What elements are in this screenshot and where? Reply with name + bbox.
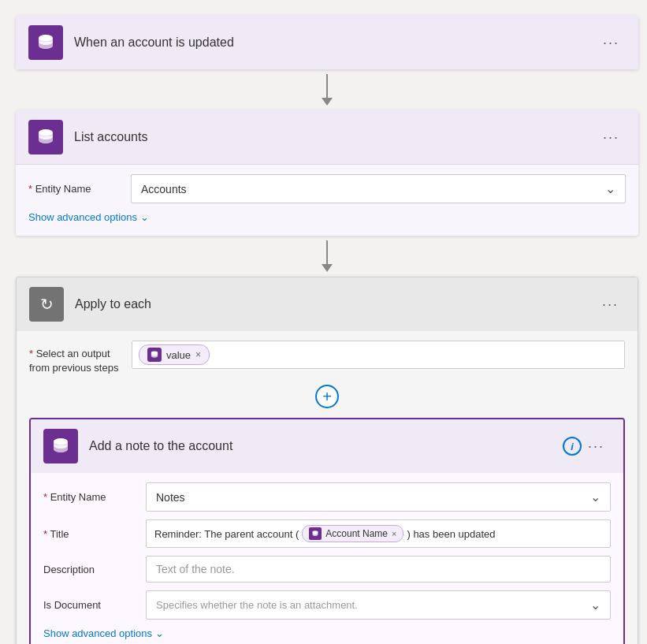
- required-star-3: *: [43, 491, 47, 503]
- tag-db-icon: [147, 348, 162, 362]
- note-advanced-label: Show advanced options: [43, 627, 152, 639]
- entity-name-row: * Entity Name Accounts ⌄: [28, 174, 626, 203]
- note-is-doc-row: Is Document Specifies whether the note i…: [43, 590, 611, 620]
- required-star-4: *: [43, 528, 47, 540]
- account-name-label: Account Name: [325, 528, 388, 539]
- arrow-1: [322, 69, 333, 110]
- loop-icon: ↻: [40, 295, 54, 314]
- required-star: *: [28, 183, 32, 195]
- list-accounts-card: List accounts ··· * Entity Name Accounts…: [16, 110, 638, 236]
- title-field[interactable]: Reminder: The parent account (: [146, 519, 611, 548]
- list-advanced-options[interactable]: Show advanced options ⌄: [28, 211, 626, 223]
- list-accounts-title: List accounts: [74, 130, 597, 144]
- entity-name-control[interactable]: Accounts ⌄: [131, 174, 626, 203]
- tag-database-icon: [150, 350, 159, 359]
- token-database-icon: [311, 530, 319, 538]
- output-select-row: * Select an output from previous steps: [29, 341, 625, 375]
- add-note-body: * Entity Name Notes ⌄ * Title: [31, 473, 623, 644]
- token-close-icon[interactable]: ×: [392, 529, 396, 538]
- note-desc-placeholder: Text of the note.: [156, 563, 235, 575]
- add-note-icon-bg: [43, 429, 78, 463]
- apply-to-each-body: * Select an output from previous steps: [17, 331, 638, 644]
- chevron-down-icon-notes: ⌄: [590, 490, 601, 504]
- arrow-line-2: [326, 240, 328, 264]
- note-desc-label: Description: [43, 564, 146, 575]
- chevron-down-icon-advanced: ⌄: [140, 211, 149, 223]
- note-is-doc-control[interactable]: Specifies whether the note is an attachm…: [146, 590, 611, 620]
- note-title-label: * Title: [43, 528, 146, 540]
- output-select-label: * Select an output from previous steps: [29, 341, 132, 375]
- trigger-card: When an account is updated ···: [16, 16, 638, 69]
- apply-to-each-title: Apply to each: [75, 297, 596, 311]
- chevron-down-icon-note-adv: ⌄: [155, 627, 164, 639]
- note-entity-value: Notes: [156, 491, 185, 504]
- add-action-btn[interactable]: +: [315, 385, 339, 408]
- note-is-doc-select[interactable]: Specifies whether the note is an attachm…: [146, 590, 611, 620]
- trigger-icon-bg: [28, 25, 63, 60]
- title-suffix: ) has been updated: [407, 528, 495, 540]
- title-prefix: Reminder: The parent account (: [154, 528, 299, 540]
- note-is-doc-label: Is Document: [43, 599, 146, 611]
- tag-close-icon[interactable]: ×: [195, 349, 201, 360]
- note-title-control[interactable]: Reminder: The parent account (: [146, 519, 611, 548]
- flow-container: When an account is updated ··· List acco…: [16, 16, 638, 644]
- apply-more-btn[interactable]: ···: [596, 293, 625, 316]
- list-accounts-icon-bg: [28, 120, 63, 154]
- note-desc-control[interactable]: Text of the note.: [146, 556, 611, 583]
- list-accounts-header: List accounts ···: [16, 110, 638, 164]
- chevron-down-icon: ⌄: [605, 181, 615, 196]
- arrow-line-1: [326, 74, 328, 98]
- entity-name-value: Accounts: [141, 183, 187, 195]
- value-tag: value ×: [139, 344, 210, 365]
- note-title-row: * Title Reminder: The parent account (: [43, 519, 611, 548]
- database-icon: [35, 32, 56, 53]
- add-note-header: Add a note to the account i ···: [31, 419, 623, 473]
- trigger-header: When an account is updated ···: [16, 16, 638, 69]
- note-is-doc-placeholder: Specifies whether the note is an attachm…: [156, 599, 358, 611]
- trigger-title: When an account is updated: [74, 35, 597, 50]
- arrow-head-2: [322, 264, 333, 272]
- note-advanced-options[interactable]: Show advanced options ⌄: [43, 627, 611, 639]
- note-entity-row: * Entity Name Notes ⌄: [43, 482, 611, 512]
- list-accounts-body: * Entity Name Accounts ⌄ Show advanced o…: [16, 164, 638, 236]
- apply-to-each-card: ↻ Apply to each ··· * Select an output f…: [16, 277, 638, 644]
- output-select-control[interactable]: value ×: [132, 341, 625, 369]
- note-entity-label: * Entity Name: [43, 491, 146, 503]
- add-note-title: Add a note to the account: [89, 439, 563, 453]
- account-token: Account Name ×: [302, 525, 403, 542]
- trigger-more-btn[interactable]: ···: [597, 32, 626, 54]
- token-db-icon: [309, 527, 322, 540]
- note-desc-row: Description Text of the note.: [43, 556, 611, 583]
- database-icon-2: [35, 127, 56, 147]
- note-entity-control[interactable]: Notes ⌄: [146, 482, 611, 512]
- info-icon[interactable]: i: [563, 437, 582, 456]
- arrow-head-1: [322, 98, 333, 106]
- entity-name-select[interactable]: Accounts ⌄: [131, 174, 626, 203]
- note-desc-input[interactable]: Text of the note.: [146, 556, 611, 583]
- list-accounts-more-btn[interactable]: ···: [597, 126, 626, 149]
- add-note-more-btn[interactable]: ···: [582, 435, 611, 458]
- apply-icon-bg: ↻: [29, 287, 64, 322]
- list-advanced-label: Show advanced options: [28, 211, 137, 223]
- tag-value-label: value: [166, 349, 191, 361]
- chevron-down-icon-is-doc: ⌄: [590, 597, 601, 612]
- arrow-2: [322, 236, 333, 277]
- entity-name-label: * Entity Name: [28, 183, 131, 195]
- output-selector[interactable]: value ×: [132, 341, 625, 369]
- add-note-card: Add a note to the account i ··· * Entity…: [29, 418, 625, 644]
- required-star-2: *: [29, 348, 33, 359]
- apply-to-each-header: ↻ Apply to each ···: [17, 277, 638, 331]
- database-icon-3: [50, 436, 71, 456]
- note-entity-select[interactable]: Notes ⌄: [146, 482, 611, 512]
